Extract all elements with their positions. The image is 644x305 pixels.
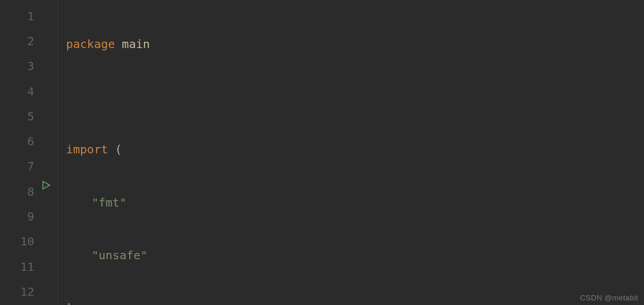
line-number-row: 3: [0, 54, 57, 79]
string-literal: "fmt": [92, 196, 126, 210]
code-line: "fmt": [66, 190, 644, 215]
line-number: 6: [11, 134, 34, 148]
keyword-import: import: [66, 142, 108, 156]
line-number: 9: [11, 210, 34, 223]
line-number-row: 6: [0, 128, 57, 153]
svg-marker-0: [43, 181, 50, 189]
code-editor[interactable]: package main import ( "fmt" "unsafe" ) f…: [58, 0, 644, 305]
line-number: 4: [11, 84, 34, 98]
identifier-main: main: [122, 37, 150, 51]
line-number: 2: [11, 34, 34, 48]
line-number: 7: [11, 159, 34, 173]
paren-close: ): [66, 301, 73, 305]
code-line: [66, 84, 644, 109]
gutter: 1 2 3 4 5 6 7 8 9 10 11 12: [0, 0, 58, 305]
line-number-row: 9: [0, 204, 57, 229]
line-number: 11: [11, 260, 34, 274]
line-number: 1: [11, 9, 34, 23]
code-line: "unsafe": [66, 242, 644, 267]
line-number-row: 1: [0, 3, 57, 28]
line-number-row: 11: [0, 254, 57, 279]
line-number-row: 5: [0, 104, 57, 128]
line-number: 5: [11, 109, 34, 123]
run-gutter-icon[interactable]: [40, 179, 52, 191]
code-line: import (: [66, 137, 644, 162]
line-number-row: 7: [0, 154, 57, 179]
line-number: 12: [11, 285, 34, 299]
line-number-row: 4: [0, 79, 57, 104]
string-literal: "unsafe": [92, 248, 147, 262]
line-number: 10: [11, 234, 34, 248]
code-line: package main: [66, 31, 644, 56]
line-number: 3: [11, 59, 34, 73]
keyword-package: package: [66, 37, 115, 51]
line-number-row: 12: [0, 279, 57, 304]
line-number: 8: [11, 185, 34, 199]
code-line: ): [66, 295, 644, 305]
paren-open: (: [115, 142, 122, 156]
watermark: CSDN @metabit: [580, 293, 638, 302]
line-number-row: 2: [0, 28, 57, 53]
line-number-row: 10: [0, 229, 57, 254]
